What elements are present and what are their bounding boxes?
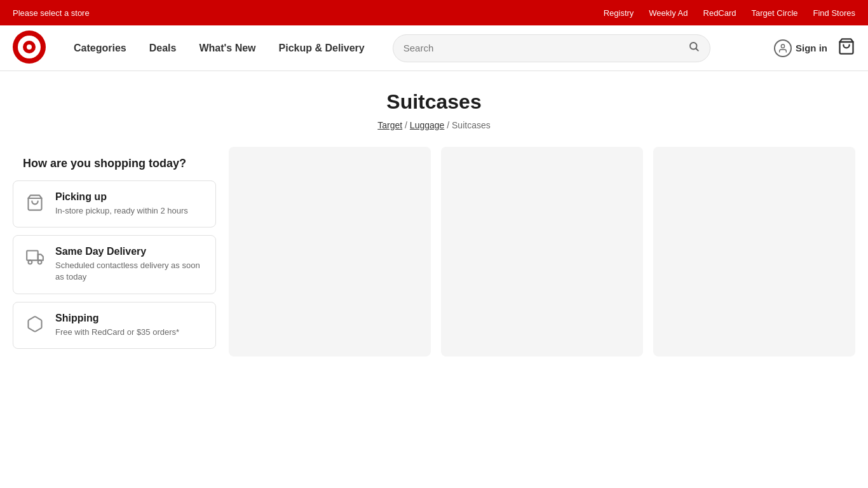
same-day-delivery-title: Same Day Delivery	[55, 246, 205, 257]
products-area	[229, 147, 855, 356]
sidebar: How are you shopping today? Picking up I…	[13, 147, 216, 356]
breadcrumb-luggage[interactable]: Luggage	[410, 120, 445, 130]
redcard-link[interactable]: RedCard	[703, 8, 736, 18]
sign-in-button[interactable]: Sign in	[774, 39, 827, 57]
search-bar[interactable]	[393, 34, 710, 62]
picking-up-icon	[24, 191, 46, 214]
product-card[interactable]	[229, 147, 431, 356]
user-icon	[774, 39, 792, 57]
nav-categories[interactable]: Categories	[65, 37, 135, 59]
find-stores-link[interactable]: Find Stores	[813, 8, 855, 18]
main-layout: How are you shopping today? Picking up I…	[0, 147, 868, 356]
cart-button[interactable]	[837, 37, 855, 59]
page-title-section: Suitcases Target / Luggage / Suitcases	[0, 71, 868, 140]
header-actions: Sign in	[774, 37, 855, 59]
nav-whats-new[interactable]: What's New	[190, 37, 264, 59]
target-circle-link[interactable]: Target Circle	[752, 8, 798, 18]
weekly-ad-link[interactable]: Weekly Ad	[649, 8, 688, 18]
logo-container[interactable]	[13, 30, 46, 66]
search-icon	[688, 41, 700, 55]
header: Categories Deals What's New Pickup & Del…	[0, 25, 868, 71]
shipping-desc: Free with RedCard or $35 orders*	[55, 327, 179, 338]
svg-point-3	[27, 44, 32, 50]
main-nav: Categories Deals What's New Pickup & Del…	[65, 37, 374, 59]
breadcrumb-sep-1: /	[405, 120, 410, 130]
shipping-text: Shipping Free with RedCard or $35 orders…	[55, 313, 179, 338]
top-bar: Please select a store Registry Weekly Ad…	[0, 0, 868, 25]
page-content: Suitcases Target / Luggage / Suitcases H…	[0, 71, 868, 382]
breadcrumb: Target / Luggage / Suitcases	[13, 120, 855, 130]
page-title: Suitcases	[13, 90, 855, 114]
nav-pickup-delivery[interactable]: Pickup & Delivery	[270, 37, 374, 59]
same-day-delivery-icon	[24, 246, 46, 269]
store-prompt[interactable]: Please select a store	[13, 8, 90, 18]
svg-point-11	[38, 261, 42, 264]
search-input[interactable]	[403, 43, 688, 53]
sidebar-title: How are you shopping today?	[13, 147, 216, 170]
same-day-delivery-option[interactable]: Same Day Delivery Scheduled contactless …	[13, 235, 216, 294]
picking-up-text: Picking up In-store pickup, ready within…	[55, 191, 188, 217]
shipping-icon	[24, 313, 46, 336]
picking-up-title: Picking up	[55, 191, 188, 203]
same-day-delivery-text: Same Day Delivery Scheduled contactless …	[55, 246, 205, 283]
shipping-title: Shipping	[55, 313, 179, 324]
target-logo	[13, 30, 46, 64]
product-card[interactable]	[653, 147, 855, 356]
registry-link[interactable]: Registry	[604, 8, 634, 18]
svg-point-6	[781, 44, 784, 48]
nav-deals[interactable]: Deals	[140, 37, 186, 59]
svg-line-5	[696, 48, 698, 50]
breadcrumb-suitcases: Suitcases	[452, 120, 491, 130]
picking-up-option[interactable]: Picking up In-store pickup, ready within…	[13, 180, 216, 227]
top-bar-links: Registry Weekly Ad RedCard Target Circle…	[604, 8, 855, 18]
picking-up-desc: In-store pickup, ready within 2 hours	[55, 205, 188, 217]
same-day-delivery-desc: Scheduled contactless delivery as soon a…	[55, 260, 205, 283]
breadcrumb-target[interactable]: Target	[377, 120, 402, 130]
breadcrumb-sep-2: /	[447, 120, 452, 130]
svg-point-10	[29, 261, 32, 264]
product-card[interactable]	[441, 147, 643, 356]
svg-rect-9	[27, 251, 37, 261]
sign-in-label: Sign in	[796, 43, 827, 53]
shipping-option[interactable]: Shipping Free with RedCard or $35 orders…	[13, 302, 216, 349]
